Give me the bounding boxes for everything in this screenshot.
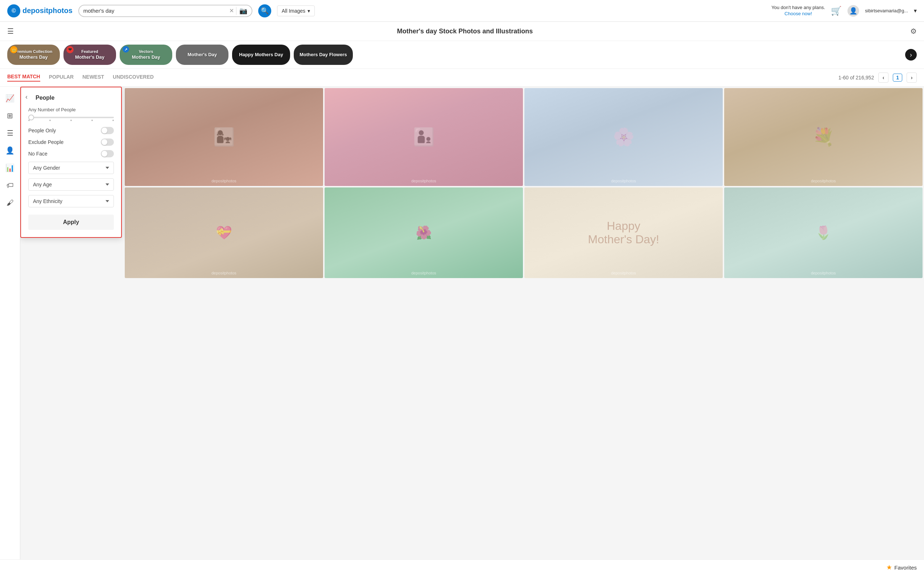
grid-item-2[interactable]: 👨‍👦 depositphotos <box>324 88 523 186</box>
pill-line2-flowers: Mothers Day Flowers <box>299 52 347 58</box>
page-title: Mother's day Stock Photos and Illustrati… <box>397 27 533 35</box>
user-email[interactable]: sibirtsevamaria@g... <box>865 8 908 13</box>
no-face-toggle[interactable] <box>101 150 114 157</box>
logo-icon: © <box>7 4 20 17</box>
logo[interactable]: © depositphotos <box>7 4 73 17</box>
main-content: ‹ People Any Number of People <box>20 87 924 575</box>
search-bar: ✕ 📷 <box>78 5 252 17</box>
avatar: 👤 <box>848 5 859 17</box>
category-pill-premium[interactable]: 👑 Premium Collection Mothers Day <box>7 44 60 65</box>
grid-item-5[interactable]: 💝 depositphotos <box>125 187 323 278</box>
pill-line1-featured: Featured <box>75 49 105 54</box>
choose-plan-link[interactable]: Choose now! <box>784 11 812 16</box>
category-pill-mothers-day[interactable]: Mother's Day <box>176 44 229 65</box>
sidebar-icon-trends[interactable]: 📈 <box>3 91 17 105</box>
category-pill-flowers[interactable]: Mothers Day Flowers <box>294 44 353 65</box>
gender-select[interactable]: Any Gender Male Female <box>28 162 114 174</box>
exclude-people-toggle-row: Exclude People <box>28 138 114 146</box>
category-next-button[interactable]: › <box>905 49 917 60</box>
favorites-label: Favorites <box>894 564 917 571</box>
sort-tab-newest[interactable]: NEWEST <box>82 74 104 81</box>
sort-bar: BEST MATCH POPULAR NEWEST UNDISCOVERED 1… <box>0 69 924 87</box>
search-input[interactable] <box>83 8 227 14</box>
exclude-people-label: Exclude People <box>28 139 64 145</box>
grid-item-1[interactable]: 👩‍👧 depositphotos <box>125 88 323 186</box>
people-only-toggle-row: People Only <box>28 127 114 134</box>
pill-line2-featured: Mother's Day <box>75 54 105 60</box>
people-only-toggle[interactable] <box>101 127 114 134</box>
category-bar: 👑 Premium Collection Mothers Day ❤ Featu… <box>0 41 924 69</box>
pagination-controls: 1-60 of 216,952 ‹ 1 › <box>838 73 917 83</box>
people-only-label: People Only <box>28 128 56 133</box>
age-select[interactable]: Any Age Child Young Adult Adult Senior <box>28 178 114 191</box>
no-plans-message: You don't have any plans. Choose now! <box>771 5 825 17</box>
result-count: 1-60 of 216,952 <box>838 75 874 81</box>
current-page[interactable]: 1 <box>893 74 902 82</box>
people-count-slider[interactable] <box>28 117 114 121</box>
sidebar-icon-analytics[interactable]: 📊 <box>3 160 17 175</box>
favorites-button[interactable]: ★ Favorites <box>886 563 917 571</box>
category-pill-vectors[interactable]: ↗ Vectors Mothers Day <box>120 44 172 65</box>
user-dropdown-icon[interactable]: ▾ <box>914 7 917 14</box>
sidebar-icon-brush[interactable]: 🖌 <box>3 195 17 210</box>
pill-line1-premium: Premium Collection <box>15 49 52 54</box>
pill-line2-mothers-day: Mother's Day <box>188 52 217 58</box>
grid-item-4[interactable]: 💐 depositphotos <box>724 88 922 186</box>
cart-icon[interactable]: 🛒 <box>831 6 842 16</box>
sidebar-icon-tag[interactable]: 🏷 <box>3 178 17 192</box>
grid-item-7[interactable]: HappyMother's Day! depositphotos <box>524 187 723 278</box>
vector-icon: ↗ <box>122 46 129 52</box>
next-page-button[interactable]: › <box>907 73 917 83</box>
ethnicity-select[interactable]: Any Ethnicity White Black Asian Hispanic… <box>28 195 114 207</box>
panel-title: People <box>28 95 114 101</box>
prev-page-button[interactable]: ‹ <box>878 73 889 83</box>
people-count-label: Any Number of People <box>28 107 114 113</box>
category-pill-featured[interactable]: ❤ Featured Mother's Day <box>64 44 116 65</box>
logo-text: depositphotos <box>22 6 73 15</box>
bottom-bar: ★ Favorites <box>0 559 924 575</box>
chevron-down-icon: ▾ <box>307 8 310 14</box>
filter-label: All Images <box>282 8 305 14</box>
pill-line2-vectors: Mothers Day <box>132 54 160 60</box>
header-right: You don't have any plans. Choose now! 🛒 … <box>771 5 917 17</box>
search-clear-button[interactable]: ✕ <box>229 7 234 14</box>
sidebar-icon-people[interactable]: 👤 <box>3 143 17 158</box>
people-filter-panel: ‹ People Any Number of People <box>20 87 122 238</box>
heart-icon: ❤ <box>66 46 74 53</box>
camera-search-button[interactable]: 📷 <box>236 7 247 15</box>
sidebar-icon-grid[interactable]: ⊞ <box>3 108 17 123</box>
pill-line2-premium: Mothers Day <box>15 54 52 60</box>
hamburger-icon[interactable]: ☰ <box>7 27 14 35</box>
content-wrapper: 📈 ⊞ ☰ 👤 📊 🏷 🖌 ‹ People Any Number of Peo… <box>0 87 924 575</box>
settings-icon[interactable]: ⚙ <box>910 27 917 35</box>
grid-item-3[interactable]: 🌸 depositphotos <box>524 88 723 186</box>
pill-line1-vectors: Vectors <box>132 49 160 54</box>
category-pill-happy-mothers[interactable]: Happy Mothers Day <box>232 44 290 65</box>
panel-back-button[interactable]: ‹ <box>25 93 27 101</box>
sort-tab-popular[interactable]: POPULAR <box>49 74 74 81</box>
image-type-filter[interactable]: All Images ▾ <box>277 5 315 16</box>
grid-item-8[interactable]: 🌷 depositphotos <box>724 187 922 278</box>
sidebar-icon-list[interactable]: ☰ <box>3 126 17 140</box>
pill-line2-happy-mothers: Happy Mothers Day <box>239 52 283 58</box>
no-face-label: No Face <box>28 151 48 157</box>
apply-button[interactable]: Apply <box>28 214 114 230</box>
no-face-toggle-row: No Face <box>28 150 114 157</box>
header: © depositphotos ✕ 📷 🔍 All Images ▾ You d… <box>0 0 924 22</box>
left-sidebar: 📈 ⊞ ☰ 👤 📊 🏷 🖌 <box>0 87 20 575</box>
sort-tab-undiscovered[interactable]: UNDISCOVERED <box>113 74 154 81</box>
search-submit-button[interactable]: 🔍 <box>258 4 271 17</box>
grid-item-6[interactable]: 🌺 depositphotos <box>324 187 523 278</box>
star-icon: ★ <box>886 563 892 571</box>
title-bar: ☰ Mother's day Stock Photos and Illustra… <box>0 22 924 41</box>
image-grid: 👩‍👧 depositphotos 👨‍👦 depositphotos 🌸 de… <box>20 87 924 280</box>
grid-area: ‹ People Any Number of People <box>20 87 924 280</box>
exclude-people-toggle[interactable] <box>101 138 114 146</box>
crown-icon: 👑 <box>10 46 17 53</box>
sort-tab-best-match[interactable]: BEST MATCH <box>7 74 40 82</box>
